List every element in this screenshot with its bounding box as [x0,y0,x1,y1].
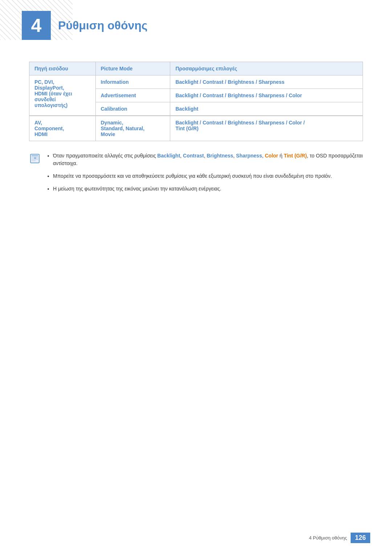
mode-information: Information [95,75,170,89]
options-advertisement: Backlight / Contrast / Brightness / Shar… [170,89,363,102]
options-dynamic: Backlight / Contrast / Brightness / Shar… [170,116,363,141]
note-item-1: Όταν πραγματοποιείτε αλλαγές στις ρυθμίσ… [53,152,363,167]
svg-rect-1 [32,155,38,156]
note-color: Color [265,153,278,159]
notes-section: Όταν πραγματοποιείτε αλλαγές στις ρυθμίσ… [29,152,363,198]
chapter-title: Ρύθμιση οθόνης [58,19,147,32]
note-item-2-text: Μπορείτε να προσαρμόσετε και να αποθηκεύ… [53,173,332,179]
note-backlight: Backlight [157,153,180,159]
chapter-number-box: 4 [22,11,51,40]
note-item-3: Η μείωση της φωτεινότητας της εικόνας με… [53,185,363,193]
mode-dynamic-standard: Dynamic,Standard, Natural,Movie [95,116,170,141]
note-icon [29,153,41,164]
source-av-component: AV,Component,HDMI [29,116,96,141]
note-item-2: Μπορείτε να προσαρμόσετε και να αποθηκεύ… [53,172,363,180]
page-footer: 4 Ρύθμιση οθόνης 126 [309,533,370,543]
chapter-number: 4 [31,15,42,36]
table-header-mode: Picture Mode [95,62,170,75]
chapter-header-wrapper: 4 Ρύθμιση οθόνης [0,0,392,47]
note-brightness: Brightness [207,153,233,159]
table-header-options: Προσαρμόσιμες επιλογές [170,62,363,75]
table-header-source: Πηγή εισόδου [29,62,96,75]
options-calibration: Backlight [170,102,363,116]
options-information: Backlight / Contrast / Brightness / Shar… [170,75,363,89]
note-tint: Tint (G/R) [284,153,307,159]
chapter-header: 4 Ρύθμιση οθόνης [22,0,392,47]
footer-page-number: 126 [351,533,370,543]
table-row: AV,Component,HDMI Dynamic,Standard, Natu… [29,116,363,141]
mode-advertisement: Advertisement [95,89,170,102]
notes-list: Όταν πραγματοποιείτε αλλαγές στις ρυθμίσ… [46,152,363,198]
note-sharpness: Sharpness [236,153,262,159]
note-contrast: Contrast [183,153,204,159]
table-row: PC, DVI,DisplayPort,HDMI (όταν έχεισυνδε… [29,75,363,89]
mode-calibration: Calibration [95,102,170,116]
footer-chapter-label: 4 Ρύθμιση οθόνης [309,535,347,541]
source-pc-dvi: PC, DVI,DisplayPort,HDMI (όταν έχεισυνδε… [29,75,96,116]
page-container: 4 Ρύθμιση οθόνης Πηγή εισόδου Picture Mo… [0,0,392,554]
content-area: Πηγή εισόδου Picture Mode Προσαρμόσιμες … [0,62,392,198]
settings-table: Πηγή εισόδου Picture Mode Προσαρμόσιμες … [29,62,363,141]
note-item-3-text: Η μείωση της φωτεινότητας της εικόνας με… [53,186,221,192]
